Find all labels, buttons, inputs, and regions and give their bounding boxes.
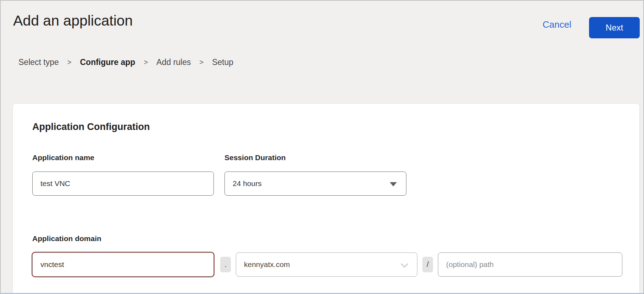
breadcrumb-separator: >	[144, 58, 148, 66]
slash-separator: /	[422, 257, 433, 272]
domain-select[interactable]: kennyatx.com	[236, 252, 417, 277]
path-input[interactable]	[438, 252, 622, 277]
application-name-label: Application name	[32, 153, 94, 162]
subdomain-input[interactable]	[32, 252, 214, 277]
breadcrumb-step-configure-app[interactable]: Configure app	[80, 58, 135, 67]
application-configuration-card: Application Configuration Application na…	[12, 103, 640, 294]
domain-select-value: kennyatx.com	[244, 260, 290, 269]
section-title: Application Configuration	[32, 121, 150, 132]
breadcrumb-step-setup[interactable]: Setup	[212, 58, 233, 67]
session-duration-select[interactable]: 24 hours	[224, 172, 406, 196]
cancel-button[interactable]: Cancel	[543, 19, 571, 30]
breadcrumb-step-select-type[interactable]: Select type	[18, 58, 59, 67]
dot-separator: .	[220, 257, 231, 272]
add-application-page: Add an application Cancel Next Select ty…	[0, 0, 644, 294]
caret-down-icon	[390, 182, 397, 186]
session-duration-label: Session Duration	[224, 153, 286, 162]
application-name-input[interactable]	[32, 172, 214, 196]
breadcrumb-separator: >	[67, 58, 72, 66]
chevron-down-icon	[401, 260, 408, 268]
session-duration-value: 24 hours	[233, 179, 262, 188]
breadcrumb-separator: >	[199, 58, 204, 66]
next-button[interactable]: Next	[589, 17, 640, 38]
application-domain-label: Application domain	[32, 234, 101, 243]
page-title: Add an application	[13, 12, 133, 29]
breadcrumb-step-add-rules[interactable]: Add rules	[156, 58, 191, 67]
breadcrumb: Select type > Configure app > Add rules …	[18, 58, 233, 67]
